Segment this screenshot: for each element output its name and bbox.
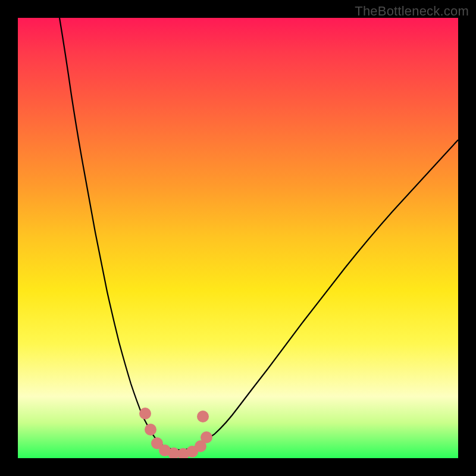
chart-frame: TheBottleneck.com xyxy=(0,0,476,476)
svg-point-1 xyxy=(145,424,156,436)
bottom-markers xyxy=(139,408,212,458)
left-curve xyxy=(60,18,164,446)
svg-point-0 xyxy=(139,408,151,419)
svg-point-8 xyxy=(201,431,212,443)
plot-area xyxy=(18,18,458,458)
watermark-text: TheBottleneck.com xyxy=(355,4,469,19)
svg-point-9 xyxy=(197,411,209,422)
curves-svg xyxy=(18,18,458,458)
right-curve xyxy=(196,140,458,446)
